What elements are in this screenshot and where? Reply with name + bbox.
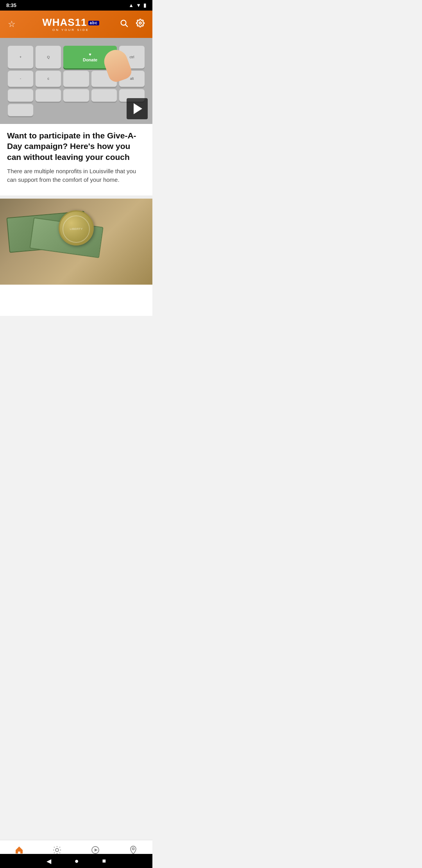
svg-point-2 bbox=[139, 22, 141, 24]
key-minus: - bbox=[8, 71, 33, 87]
favorite-button[interactable]: ☆ bbox=[6, 18, 17, 31]
key-empty4 bbox=[36, 89, 61, 102]
key-plus: + bbox=[8, 46, 33, 68]
second-article-card[interactable]: LIBERTY bbox=[0, 195, 152, 285]
key-empty6 bbox=[91, 89, 117, 102]
logo-text: WHAS11abc bbox=[42, 17, 99, 27]
settings-icon bbox=[136, 19, 145, 30]
article-summary: There are multiple nonprofits in Louisvi… bbox=[7, 167, 145, 185]
status-icons: ▲ ▼ ▮ bbox=[129, 2, 146, 8]
article-title[interactable]: Want to participate in the Give-A-Day ca… bbox=[7, 130, 145, 162]
header-left: ☆ bbox=[6, 18, 23, 31]
key-empty8 bbox=[8, 104, 33, 117]
liberty-text: LIBERTY bbox=[70, 227, 82, 231]
app-header: ☆ WHAS11abc ON YOUR SIDE bbox=[0, 11, 152, 38]
logo-container: WHAS11abc ON YOUR SIDE bbox=[23, 17, 118, 32]
settings-button[interactable] bbox=[134, 17, 146, 31]
hero-article: + Q ♥ Donate ctrl - c alt bbox=[0, 38, 152, 191]
logo: WHAS11abc ON YOUR SIDE bbox=[42, 17, 99, 32]
key-empty5 bbox=[63, 89, 89, 102]
battery-icon: ▮ bbox=[143, 2, 146, 8]
status-time: 8:35 bbox=[6, 2, 16, 8]
hero-image-container[interactable]: + Q ♥ Donate ctrl - c alt bbox=[0, 38, 152, 124]
key-empty3 bbox=[8, 89, 33, 102]
key-c: c bbox=[36, 71, 61, 87]
search-icon bbox=[120, 19, 128, 30]
main-content: + Q ♥ Donate ctrl - c alt bbox=[0, 38, 152, 316]
search-button[interactable] bbox=[118, 17, 130, 31]
play-icon bbox=[134, 103, 142, 114]
header-right bbox=[118, 17, 146, 31]
play-button[interactable] bbox=[127, 98, 148, 119]
wifi-icon: ▼ bbox=[136, 2, 141, 8]
second-article-image: LIBERTY bbox=[0, 199, 152, 285]
signal-icon: ▲ bbox=[129, 2, 134, 8]
money-visual: LIBERTY bbox=[0, 199, 152, 285]
coin: LIBERTY bbox=[59, 210, 94, 246]
key-empty1 bbox=[63, 71, 89, 87]
status-bar: 8:35 ▲ ▼ ▮ bbox=[0, 0, 152, 11]
abc-badge: abc bbox=[88, 21, 99, 25]
heart-icon: ♥ bbox=[89, 52, 91, 57]
key-q: Q bbox=[36, 46, 61, 68]
star-icon: ☆ bbox=[8, 19, 16, 29]
article-body: Want to participate in the Give-A-Day ca… bbox=[0, 124, 152, 191]
svg-line-1 bbox=[125, 25, 127, 27]
coin-inner: LIBERTY bbox=[63, 215, 90, 243]
logo-sub: ON YOUR SIDE bbox=[42, 28, 99, 32]
